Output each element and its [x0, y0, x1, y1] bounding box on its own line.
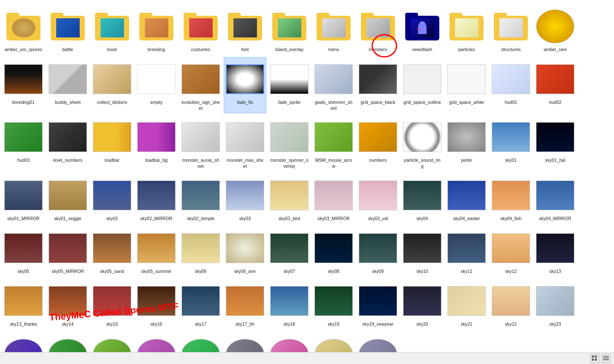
list-item[interactable]: amber_urn_spores: [2, 4, 45, 55]
list-item[interactable]: breeding: [135, 4, 178, 55]
list-item[interactable]: evolution_sign_sheet: [179, 57, 222, 113]
folder-icon: [272, 13, 306, 40]
list-item[interactable]: sky02: [91, 173, 133, 224]
list-item[interactable]: sky04_fish: [490, 173, 532, 224]
thumb-container: [270, 60, 308, 98]
list-item[interactable]: sky11: [445, 226, 488, 277]
list-item[interactable]: [312, 332, 355, 352]
list-item[interactable]: loadbar_bg: [135, 115, 178, 171]
file-label: fade_sprite: [278, 100, 300, 106]
view-icons-button[interactable]: [590, 354, 600, 363]
list-item[interactable]: sky13: [534, 226, 577, 277]
list-item[interactable]: sky15: [91, 279, 133, 330]
list-item[interactable]: sky16: [135, 279, 178, 330]
list-item[interactable]: sky05: [2, 226, 45, 277]
list-item[interactable]: sky03_val: [357, 173, 399, 224]
thumb-container: [137, 229, 176, 267]
list-item[interactable]: breeding01: [2, 57, 45, 113]
list-item[interactable]: [224, 332, 266, 352]
list-item[interactable]: sky14: [46, 279, 89, 330]
list-item[interactable]: loadbar: [91, 115, 133, 171]
list-item[interactable]: sky06: [179, 226, 222, 277]
list-item[interactable]: sky03_bird: [268, 173, 311, 224]
list-item[interactable]: hud03: [2, 115, 45, 171]
list-item[interactable]: sky18: [268, 279, 311, 330]
list-item[interactable]: [46, 332, 89, 352]
list-item[interactable]: sky04: [401, 173, 444, 224]
list-item[interactable]: monsters: [357, 4, 399, 55]
list-item[interactable]: sky08: [312, 226, 355, 277]
list-item[interactable]: [91, 332, 133, 352]
list-item[interactable]: sky02_temple: [179, 173, 222, 224]
list-item[interactable]: monster_auras_sheet: [179, 115, 222, 171]
list-item[interactable]: sky01: [490, 115, 532, 171]
list-item[interactable]: sky17_bh: [224, 279, 266, 330]
list-item[interactable]: battle: [46, 4, 89, 55]
list-item[interactable]: numbers: [357, 115, 399, 171]
list-item[interactable]: monster_max_sheet: [224, 115, 266, 171]
thumb-container: [447, 229, 486, 267]
list-item[interactable]: sky05_summer: [135, 226, 178, 277]
list-item[interactable]: sky05_MIRROR: [46, 226, 89, 277]
list-item[interactable]: particle_sound_ring: [401, 115, 444, 171]
list-item[interactable]: sky01_MIRROR: [2, 173, 45, 224]
list-item[interactable]: costumes: [179, 4, 222, 55]
image-thumbnail: [4, 286, 43, 316]
list-item[interactable]: sky20: [401, 279, 444, 330]
list-item[interactable]: monster_spinner_overlay: [268, 115, 311, 171]
list-item[interactable]: sky19_newyear: [357, 279, 399, 330]
list-item[interactable]: hud02: [534, 57, 577, 113]
list-item[interactable]: fade_sprite: [268, 57, 311, 113]
list-item[interactable]: sky07: [268, 226, 311, 277]
list-item[interactable]: sky01_veggie: [46, 173, 89, 224]
list-item[interactable]: sky19: [312, 279, 355, 330]
list-item[interactable]: [357, 332, 399, 352]
list-item[interactable]: island_overlay: [268, 4, 311, 55]
image-thumbnail: [492, 122, 530, 152]
view-details-button[interactable]: [601, 354, 611, 363]
list-item[interactable]: menu: [312, 4, 355, 55]
list-item[interactable]: sky10: [401, 226, 444, 277]
list-item[interactable]: buddy_sheet: [46, 57, 89, 113]
list-item[interactable]: font: [224, 4, 266, 55]
list-item[interactable]: sky01_hal: [534, 115, 577, 171]
list-item[interactable]: sky22: [490, 279, 532, 330]
list-item[interactable]: collect_stickers: [91, 57, 133, 113]
file-label: MSM_mouse_arrow: [314, 158, 353, 169]
list-item[interactable]: perlin: [445, 115, 488, 171]
list-item[interactable]: empty: [135, 57, 178, 113]
list-item[interactable]: fade_9s: [224, 57, 266, 113]
list-item[interactable]: [179, 332, 222, 352]
list-item[interactable]: amber_rare: [534, 4, 577, 55]
list-item[interactable]: grid_space_black: [357, 57, 399, 113]
list-item[interactable]: sky13_thanks: [2, 279, 45, 330]
list-item[interactable]: grid_space_outline: [401, 57, 444, 113]
list-item[interactable]: sky12: [490, 226, 532, 277]
list-item[interactable]: sky04_easter: [445, 173, 488, 224]
list-item[interactable]: particles: [445, 4, 488, 55]
list-item[interactable]: sky23: [534, 279, 577, 330]
list-item[interactable]: sky03_MIRROR: [312, 173, 355, 224]
list-item[interactable]: sky03: [224, 173, 266, 224]
list-item[interactable]: newsflash: [401, 4, 444, 55]
list-item[interactable]: [2, 332, 45, 352]
list-item[interactable]: goals_shimmer_sheet: [312, 57, 355, 113]
list-item[interactable]: grid_space_white: [445, 57, 488, 113]
list-item[interactable]: hud01: [490, 57, 532, 113]
list-item[interactable]: sky06_ann: [224, 226, 266, 277]
list-item[interactable]: sky02_MIRROR: [135, 173, 178, 224]
list-item[interactable]: [268, 332, 311, 352]
list-item[interactable]: level_numbers: [46, 115, 89, 171]
list-item[interactable]: [135, 332, 178, 352]
list-item[interactable]: sky09: [357, 226, 399, 277]
file-label: monster_max_sheet: [226, 158, 264, 169]
list-item[interactable]: book: [91, 4, 133, 55]
list-item[interactable]: sky05_sand: [91, 226, 133, 277]
list-item[interactable]: structures: [490, 4, 532, 55]
list-item[interactable]: sky17: [179, 279, 222, 330]
list-item[interactable]: sky04_MIRROR: [534, 173, 577, 224]
file-label: fade_9s: [237, 100, 253, 106]
list-item[interactable]: sky21: [445, 279, 488, 330]
list-item[interactable]: MSM_mouse_arrow: [312, 115, 355, 171]
svg-rect-5: [603, 358, 609, 358]
